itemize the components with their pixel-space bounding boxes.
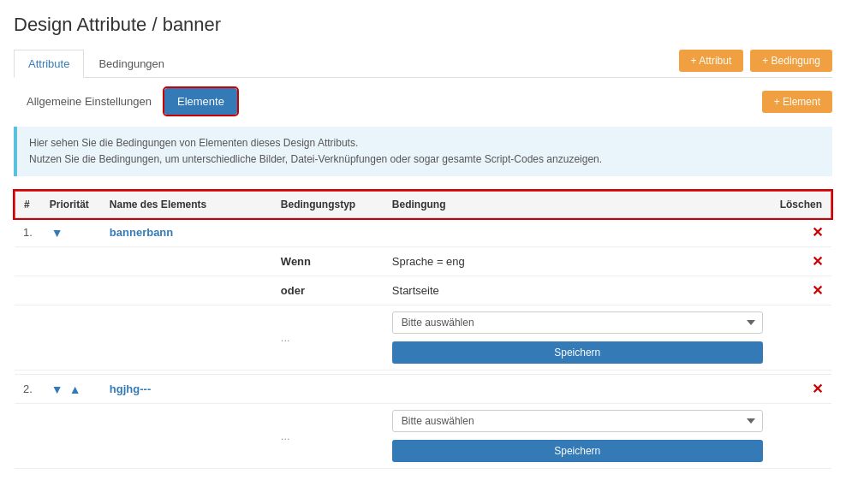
table-row: Wenn Sprache = eng ✕: [15, 247, 831, 276]
col-header-priority: Priorität: [41, 191, 101, 218]
subtabs-bar: Allgemeine Einstellungen Elemente + Elem…: [14, 88, 832, 115]
subtabs-left: Allgemeine Einstellungen Elemente: [14, 88, 237, 115]
priority-arrows-1: ▼: [50, 226, 92, 240]
arrow-down-1[interactable]: ▼: [50, 226, 65, 240]
save-button-2[interactable]: Speichern: [392, 440, 763, 462]
row1-num: 1.: [15, 218, 41, 247]
table-row: oder Startseite ✕: [15, 276, 831, 305]
row1-delete: ✕: [772, 218, 831, 247]
table-row: ... Bitte auswählen Speichern: [15, 404, 831, 469]
row1-name: bannerbann: [101, 218, 272, 247]
add-bedingung-button[interactable]: + Bedingung: [750, 50, 832, 72]
table-row: 2. ▼ ▲ hgjhg--- ✕: [15, 375, 831, 404]
info-line2: Nutzen Sie die Bedingungen, um unterschi…: [29, 151, 820, 168]
subtab-allgemeine[interactable]: Allgemeine Einstellungen: [14, 88, 164, 115]
subtab-elemente[interactable]: Elemente: [164, 88, 237, 115]
col-header-num: #: [15, 191, 41, 218]
element-link-2[interactable]: hgjhg---: [110, 382, 151, 395]
cond1-value-oder: Startseite: [384, 276, 772, 305]
delete-icon-cond-oder[interactable]: ✕: [812, 282, 823, 299]
delete-icon-1[interactable]: ✕: [812, 224, 823, 240]
cond1-type-wenn: Wenn: [272, 247, 384, 276]
col-header-delete: Löschen: [772, 191, 831, 218]
main-tabs-bar: Attribute Bedingungen + Attribut + Bedin…: [14, 50, 832, 78]
add-attribut-button[interactable]: + Attribut: [679, 50, 744, 72]
main-tabs-right: + Attribut + Bedingung: [679, 50, 832, 77]
cond-label-wenn: Wenn: [281, 255, 311, 268]
add-element-button[interactable]: + Element: [762, 91, 832, 113]
main-tabs-left: Attribute Bedingungen: [14, 50, 179, 77]
tab-attribute[interactable]: Attribute: [14, 50, 84, 78]
row1-cond-empty: [384, 218, 772, 247]
cond2-new-value: Bitte auswählen Speichern: [384, 404, 772, 469]
save-button-1[interactable]: Speichern: [392, 341, 763, 364]
cond1-new-type: ...: [272, 305, 384, 371]
table-row: ... Bitte auswählen Speichern: [15, 305, 831, 371]
cond1-new-value: Bitte auswählen Speichern: [384, 305, 772, 371]
arrow-up-2[interactable]: ▲: [68, 382, 83, 396]
cond2-new-type: ...: [272, 404, 384, 469]
row2-priority: ▼ ▲: [41, 375, 101, 404]
delete-icon-2[interactable]: ✕: [812, 381, 823, 397]
cond1-type-oder: oder: [272, 276, 384, 305]
dropdown-1[interactable]: Bitte auswählen: [392, 311, 763, 334]
cond1-value-wenn: Sprache = eng: [384, 247, 772, 276]
priority-arrows-2: ▼ ▲: [50, 382, 92, 396]
dropdown-2[interactable]: Bitte auswählen: [392, 410, 763, 432]
row1-condtype-empty: [272, 218, 384, 247]
save-cell-2: Bitte auswählen Speichern: [392, 410, 763, 462]
element-link-1[interactable]: bannerbann: [110, 226, 173, 239]
cond-label-oder: oder: [281, 284, 305, 297]
delete-icon-cond-wenn[interactable]: ✕: [812, 253, 823, 270]
row2-condtype-empty: [272, 375, 384, 404]
col-header-condtype: Bedingungstyp: [272, 191, 384, 218]
ellipsis-2: ...: [281, 430, 290, 442]
ellipsis-1: ...: [281, 331, 290, 344]
save-cell-1: Bitte auswählen Speichern: [392, 311, 763, 364]
page-title: Design Attribute / banner: [14, 14, 832, 36]
row2-num: 2.: [15, 375, 41, 404]
row2-delete: ✕: [772, 375, 831, 404]
row2-cond-empty: [384, 375, 772, 404]
info-line1: Hier sehen Sie die Bedingungen von Eleme…: [29, 135, 820, 151]
arrow-down-2[interactable]: ▼: [50, 382, 65, 396]
row1-priority: ▼: [41, 218, 101, 247]
col-header-cond: Bedingung: [384, 191, 772, 218]
row2-name: hgjhg---: [101, 375, 272, 404]
table-row: 1. ▼ bannerbann ✕: [15, 218, 831, 247]
col-header-name: Name des Elements: [101, 191, 272, 218]
info-box: Hier sehen Sie die Bedingungen von Eleme…: [14, 127, 832, 176]
tab-bedingungen[interactable]: Bedingungen: [84, 50, 179, 77]
elements-table: # Priorität Name des Elements Bedingungs…: [14, 190, 832, 469]
